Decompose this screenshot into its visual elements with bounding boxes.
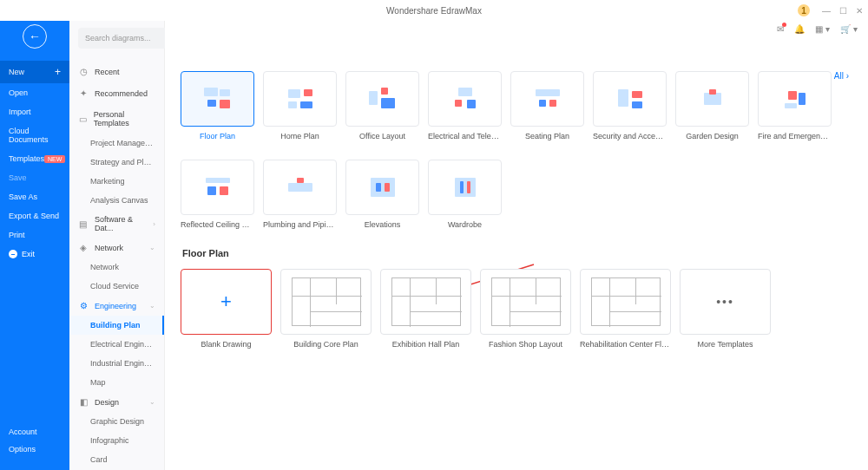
cat-recommended[interactable]: ✦Recommended — [69, 82, 164, 104]
window-minimize-icon[interactable]: — — [822, 6, 831, 16]
nav-open[interactable]: Open — [0, 83, 69, 102]
category-card[interactable]: Fire and Emergency Pl... — [758, 71, 832, 140]
template-card[interactable]: Fashion Shop Layout — [480, 269, 571, 349]
notification-badge[interactable]: 1 — [798, 4, 810, 16]
cat-building-plan[interactable]: Building Plan — [69, 316, 164, 335]
clock-icon: ◷ — [78, 67, 89, 76]
cat-engineering[interactable]: ⚙Engineering⌄ — [69, 296, 164, 316]
category-thumb — [428, 160, 502, 215]
nav-cloud-documents[interactable]: Cloud Documents — [0, 121, 69, 149]
chevron-down-icon: ⌄ — [149, 244, 155, 251]
category-card[interactable]: Reflected Ceiling Plan — [181, 160, 254, 229]
template-label: Building Core Plan — [280, 340, 372, 349]
cat-analysis[interactable]: Analysis Canvas — [69, 191, 164, 210]
cat-industrial-engineering[interactable]: Industrial Engineeri... — [69, 354, 164, 373]
cat-cloud-service[interactable]: Cloud Service — [69, 277, 164, 296]
cat-strategy[interactable]: Strategy and Planni... — [69, 153, 164, 172]
cat-network[interactable]: ◈Network⌄ — [69, 238, 164, 258]
bell-icon[interactable]: 🔔 — [794, 24, 805, 34]
template-thumb: + — [181, 269, 272, 335]
cat-infographic[interactable]: Infographic — [69, 431, 164, 450]
category-label: Reflected Ceiling Plan — [181, 220, 254, 229]
software-icon: ▤ — [78, 219, 89, 229]
category-thumb — [345, 160, 419, 215]
category-label: Floor Plan — [181, 132, 254, 140]
category-thumb — [510, 71, 584, 127]
back-button[interactable]: ← — [23, 24, 47, 49]
category-thumb — [428, 71, 502, 127]
network-icon: ◈ — [78, 243, 89, 252]
main-content: All › Floor Plan Home Plan Office Layout… — [165, 21, 868, 470]
new-badge: NEW — [44, 155, 65, 163]
nav-print[interactable]: Print — [0, 225, 69, 245]
template-card[interactable]: Rehabilitation Center Floor Pl... — [580, 269, 671, 349]
template-label: Exhibition Hall Plan — [380, 340, 471, 349]
cat-software[interactable]: ▤Software & Dat...› — [69, 210, 164, 238]
category-thumb — [181, 160, 254, 215]
category-card[interactable]: Home Plan — [263, 71, 337, 140]
cat-electrical-engineering[interactable]: Electrical Engineering — [69, 335, 164, 354]
window-maximize-icon[interactable]: ☐ — [839, 6, 847, 16]
category-card[interactable]: Wardrobe — [428, 160, 502, 229]
cat-project-management[interactable]: Project Management — [69, 134, 164, 153]
plus-icon: + — [55, 66, 61, 78]
design-icon: ◧ — [78, 397, 89, 407]
category-card[interactable]: Electrical and Telecom... — [428, 71, 502, 140]
cat-graphic-design[interactable]: Graphic Design — [69, 412, 164, 431]
grid-icon[interactable]: ▦ ▾ — [815, 24, 830, 34]
cat-map[interactable]: Map — [69, 373, 164, 392]
template-label: More Templates — [680, 340, 771, 349]
nav-exit-label: Exit — [22, 250, 35, 258]
template-thumb: ••• — [680, 269, 771, 335]
category-thumb — [675, 71, 749, 127]
template-label: Blank Drawing — [181, 340, 272, 349]
title-bar: Wondershare EdrawMax 1 — ☐ ✕ — [0, 0, 868, 21]
template-label: Rehabilitation Center Floor Pl... — [580, 340, 671, 349]
template-thumb — [380, 269, 471, 335]
nav-export-send[interactable]: Export & Send — [0, 206, 69, 225]
exit-icon — [9, 250, 17, 258]
window-controls: 1 — ☐ ✕ — [798, 4, 863, 16]
cart-icon[interactable]: 🛒 ▾ — [840, 24, 858, 34]
category-card[interactable]: Garden Design — [675, 71, 749, 140]
template-card[interactable]: Building Core Plan — [280, 269, 372, 349]
nav-exit[interactable]: Exit — [0, 245, 69, 264]
template-card[interactable]: + Blank Drawing — [181, 269, 272, 349]
window-close-icon[interactable]: ✕ — [856, 6, 863, 16]
nav-templates[interactable]: TemplatesNEW — [0, 149, 69, 168]
template-cards: + Blank Drawing Building Core Plan Exhib… — [181, 269, 852, 349]
cat-marketing[interactable]: Marketing — [69, 172, 164, 191]
category-card[interactable]: Plumbing and Piping ... — [263, 160, 337, 229]
template-thumb — [580, 269, 671, 335]
all-link[interactable]: All › — [834, 71, 849, 81]
category-thumb — [181, 71, 254, 127]
nav-options[interactable]: Options — [0, 441, 69, 458]
star-icon: ✦ — [78, 88, 89, 98]
cat-card[interactable]: Card — [69, 450, 164, 469]
cat-design[interactable]: ◧Design⌄ — [69, 392, 164, 412]
nav-new[interactable]: New+ — [0, 61, 69, 83]
chevron-right-icon: › — [153, 220, 155, 228]
cat-recent[interactable]: ◷Recent — [69, 61, 164, 82]
plus-icon: + — [220, 290, 232, 313]
messages-icon[interactable]: ✉ — [777, 24, 784, 34]
engineering-icon: ⚙ — [78, 301, 89, 310]
category-card[interactable]: Floor Plan — [181, 71, 254, 140]
category-card[interactable]: Office Layout — [345, 71, 419, 140]
nav-save[interactable]: Save — [0, 168, 69, 187]
category-card[interactable]: Elevations — [345, 160, 419, 229]
category-card[interactable]: Seating Plan — [510, 71, 584, 140]
app-title: Wondershare EdrawMax — [386, 6, 482, 16]
category-card[interactable]: Security and Access Pl... — [593, 71, 667, 140]
template-thumb — [280, 269, 372, 335]
template-card[interactable]: Exhibition Hall Plan — [380, 269, 471, 349]
nav-import[interactable]: Import — [0, 102, 69, 121]
template-label: Fashion Shop Layout — [480, 340, 571, 349]
nav-account[interactable]: Account — [0, 423, 69, 441]
category-label: Garden Design — [675, 132, 749, 140]
nav-save-as[interactable]: Save As — [0, 187, 69, 206]
template-card[interactable]: ••• More Templates — [680, 269, 771, 349]
category-label: Seating Plan — [510, 132, 584, 140]
cat-network-sub[interactable]: Network — [69, 258, 164, 277]
cat-personal-templates[interactable]: ▭Personal Templates — [69, 104, 164, 134]
